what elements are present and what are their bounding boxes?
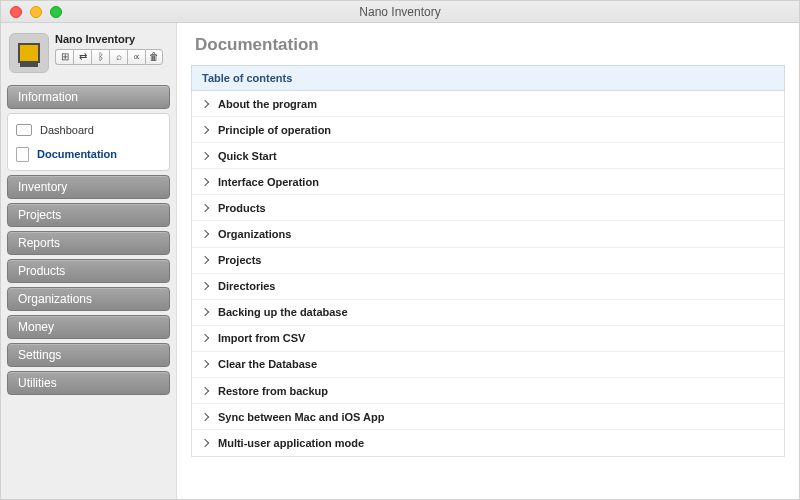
toc-header: Table of contents <box>191 65 785 91</box>
document-icon <box>16 147 29 162</box>
toc-row[interactable]: Products <box>192 195 784 221</box>
traffic-lights <box>10 6 62 18</box>
toc-label: Multi-user application mode <box>218 437 364 449</box>
sidebar-item-label: Documentation <box>37 148 117 160</box>
toc-label: Quick Start <box>218 150 277 162</box>
search-icon[interactable]: ⌕ <box>109 49 127 65</box>
sidebar-sections: InformationDashboardDocumentationInvento… <box>7 85 170 395</box>
toc-row[interactable]: About the program <box>192 91 784 117</box>
sidebar-section-organizations[interactable]: Organizations <box>7 287 170 311</box>
minimize-icon[interactable] <box>30 6 42 18</box>
transfer-icon[interactable]: ⇄ <box>73 49 91 65</box>
sidebar-section-projects[interactable]: Projects <box>7 203 170 227</box>
chevron-right-icon <box>201 178 209 186</box>
sidebar-section-money[interactable]: Money <box>7 315 170 339</box>
bluetooth-icon[interactable]: ᛒ <box>91 49 109 65</box>
maximize-icon[interactable] <box>50 6 62 18</box>
toc-row[interactable]: Clear the Database <box>192 352 784 378</box>
toc-row[interactable]: Sync between Mac and iOS App <box>192 404 784 430</box>
window-title: Nano Inventory <box>1 5 799 19</box>
toc-row[interactable]: Projects <box>192 248 784 274</box>
toc-row[interactable]: Backing up the database <box>192 300 784 326</box>
toc-label: Products <box>218 202 266 214</box>
sidebar-item-dashboard[interactable]: Dashboard <box>8 118 169 142</box>
toc-label: Interface Operation <box>218 176 319 188</box>
sidebar-section-information[interactable]: Information <box>7 85 170 109</box>
sidebar-item-label: Dashboard <box>40 124 94 136</box>
chevron-right-icon <box>201 308 209 316</box>
toc-row[interactable]: Multi-user application mode <box>192 430 784 456</box>
share-icon[interactable]: ∝ <box>127 49 145 65</box>
toc-label: Principle of operation <box>218 124 331 136</box>
toc-label: Backing up the database <box>218 306 348 318</box>
brand-name: Nano Inventory <box>55 33 163 45</box>
chevron-right-icon <box>201 204 209 212</box>
sidebar-subpanel: DashboardDocumentation <box>7 113 170 171</box>
sidebar-section-utilities[interactable]: Utilities <box>7 371 170 395</box>
toc-row[interactable]: Interface Operation <box>192 169 784 195</box>
toc-row[interactable]: Import from CSV <box>192 326 784 352</box>
brand-text: Nano Inventory ⊞ ⇄ ᛒ ⌕ ∝ 🗑 <box>55 33 163 65</box>
content-area: Documentation Table of contents About th… <box>177 23 799 499</box>
toc-label: Restore from backup <box>218 385 328 397</box>
toc-row[interactable]: Restore from backup <box>192 378 784 404</box>
toc-label: Organizations <box>218 228 291 240</box>
toc-label: Sync between Mac and iOS App <box>218 411 384 423</box>
sidebar-section-inventory[interactable]: Inventory <box>7 175 170 199</box>
toc-row[interactable]: Quick Start <box>192 143 784 169</box>
titlebar: Nano Inventory <box>1 1 799 23</box>
chevron-right-icon <box>201 386 209 394</box>
page-title: Documentation <box>195 35 785 55</box>
toc-label: Projects <box>218 254 261 266</box>
toc-list: About the programPrinciple of operationQ… <box>191 91 785 457</box>
chevron-right-icon <box>201 334 209 342</box>
chevron-right-icon <box>201 151 209 159</box>
sidebar-section-products[interactable]: Products <box>7 259 170 283</box>
monitor-icon <box>16 124 32 136</box>
brand-toolbar: ⊞ ⇄ ᛒ ⌕ ∝ 🗑 <box>55 49 163 65</box>
close-icon[interactable] <box>10 6 22 18</box>
chevron-right-icon <box>201 125 209 133</box>
sidebar-item-documentation[interactable]: Documentation <box>8 142 169 166</box>
sidebar-section-reports[interactable]: Reports <box>7 231 170 255</box>
app-window: Nano Inventory Nano Inventory ⊞ ⇄ ᛒ ⌕ ∝ … <box>0 0 800 500</box>
sidebar-section-settings[interactable]: Settings <box>7 343 170 367</box>
chevron-right-icon <box>201 282 209 290</box>
app-icon <box>9 33 49 73</box>
chevron-right-icon <box>201 256 209 264</box>
trash-icon[interactable]: 🗑 <box>145 49 163 65</box>
app-body: Nano Inventory ⊞ ⇄ ᛒ ⌕ ∝ 🗑 InformationDa… <box>1 23 799 499</box>
toc-row[interactable]: Directories <box>192 274 784 300</box>
chevron-right-icon <box>201 99 209 107</box>
sidebar: Nano Inventory ⊞ ⇄ ᛒ ⌕ ∝ 🗑 InformationDa… <box>1 23 177 499</box>
toc-row[interactable]: Principle of operation <box>192 117 784 143</box>
chevron-right-icon <box>201 439 209 447</box>
chevron-right-icon <box>201 412 209 420</box>
toc-label: Clear the Database <box>218 358 317 370</box>
chevron-right-icon <box>201 360 209 368</box>
brand-row: Nano Inventory ⊞ ⇄ ᛒ ⌕ ∝ 🗑 <box>7 29 170 75</box>
toc-label: Directories <box>218 280 275 292</box>
toc-label: Import from CSV <box>218 332 305 344</box>
map-icon[interactable]: ⊞ <box>55 49 73 65</box>
toc-label: About the program <box>218 98 317 110</box>
toc-row[interactable]: Organizations <box>192 221 784 247</box>
chevron-right-icon <box>201 230 209 238</box>
